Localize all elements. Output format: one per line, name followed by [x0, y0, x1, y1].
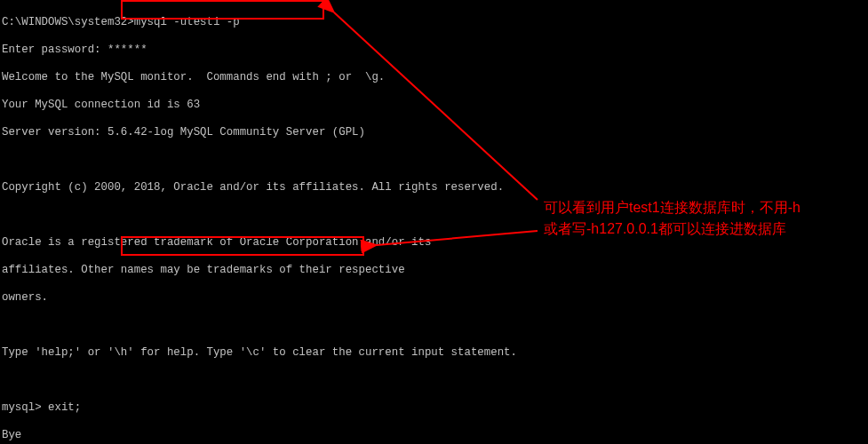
terminal-line: owners.: [2, 291, 866, 305]
terminal-line: affiliates. Other names may be trademark…: [2, 264, 866, 278]
terminal-line: [2, 209, 866, 223]
terminal-line: Server version: 5.6.42-log MySQL Communi…: [2, 126, 866, 140]
terminal-line: Oracle is a registered trademark of Orac…: [2, 236, 866, 250]
terminal-line: Enter password: ******: [2, 44, 866, 58]
terminal-line: C:\WINDOWS\system32>mysql -utest1 -p: [2, 16, 866, 30]
terminal-output: C:\WINDOWS\system32>mysql -utest1 -p Ent…: [0, 0, 868, 444]
command-text: mysql -utest1 -p: [134, 16, 240, 28]
terminal-line: Bye: [2, 429, 866, 443]
terminal-line: [2, 319, 866, 333]
terminal-line: Welcome to the MySQL monitor. Commands e…: [2, 71, 866, 85]
terminal-line: Your MySQL connection id is 63: [2, 99, 866, 113]
terminal-line: Type 'help;' or '\h' for help. Type '\c'…: [2, 346, 866, 361]
terminal-line: [2, 154, 866, 168]
prompt-prefix: C:\WINDOWS\system32>: [2, 16, 134, 28]
terminal-line: mysql> exit;: [2, 401, 866, 416]
terminal-line: Copyright (c) 2000, 2018, Oracle and/or …: [2, 181, 866, 195]
terminal-line: [2, 374, 866, 388]
